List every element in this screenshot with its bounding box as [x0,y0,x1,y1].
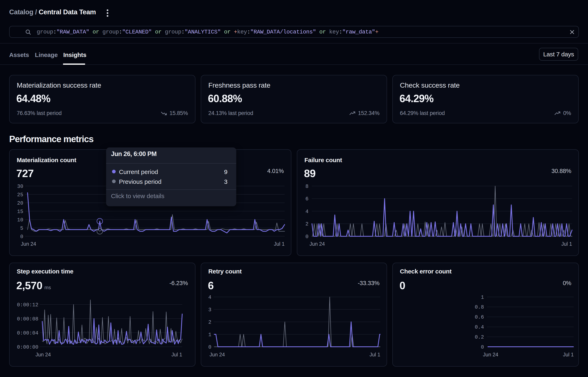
svg-text:Jul 1: Jul 1 [274,241,285,247]
svg-text:3: 3 [208,307,211,313]
svg-text:0: 0 [208,344,211,350]
svg-text:0: 0 [20,234,23,240]
svg-text:0.4: 0.4 [475,324,484,330]
svg-text:15: 15 [17,209,23,215]
svg-text:Jun 24: Jun 24 [35,352,51,357]
svg-text:4: 4 [305,209,309,215]
svg-text:0:00:04: 0:00:04 [17,330,38,336]
svg-text:0:00:08: 0:00:08 [17,316,38,322]
svg-text:0:00:00: 0:00:00 [17,344,38,350]
svg-text:0: 0 [305,234,309,240]
svg-text:Jul 1: Jul 1 [563,352,574,357]
svg-text:Jul 1: Jul 1 [171,352,182,357]
svg-text:0:00:12: 0:00:12 [17,302,38,308]
svg-text:6: 6 [305,196,309,202]
svg-text:30: 30 [17,184,23,189]
svg-text:Jun 24: Jun 24 [210,352,225,357]
svg-text:0.6: 0.6 [475,314,484,320]
svg-text:Jul 1: Jul 1 [369,352,380,357]
svg-text:0: 0 [481,344,484,350]
svg-text:Jun 24: Jun 24 [21,241,36,247]
svg-text:20: 20 [17,200,23,206]
svg-text:2: 2 [208,319,211,325]
svg-text:2: 2 [305,221,309,227]
svg-text:4: 4 [208,295,211,300]
svg-text:Jun 24: Jun 24 [310,241,325,247]
svg-text:1: 1 [481,295,484,300]
svg-text:5: 5 [20,225,23,231]
svg-text:8: 8 [305,184,309,189]
svg-text:0.8: 0.8 [475,304,484,310]
svg-text:Jul 1: Jul 1 [561,241,572,247]
svg-text:0.2: 0.2 [475,334,484,340]
svg-text:25: 25 [17,192,23,198]
svg-text:1: 1 [208,332,211,338]
svg-text:10: 10 [17,217,23,223]
svg-text:Jun 24: Jun 24 [483,352,498,357]
